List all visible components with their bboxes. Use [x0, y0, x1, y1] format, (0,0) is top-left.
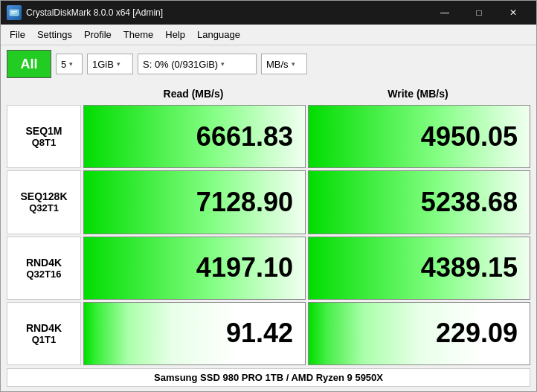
menu-settings[interactable]: Settings: [31, 26, 78, 43]
test-name-3: RND4K: [26, 322, 62, 334]
row-label-seq1m: SEQ1M Q8T1: [7, 105, 81, 168]
row-label-seq128k: SEQ128K Q32T1: [7, 170, 81, 234]
unit-dropdown[interactable]: MB/s ▾: [261, 54, 307, 74]
maximize-button[interactable]: □: [462, 1, 496, 25]
write-cell-3: 229.09: [308, 302, 530, 365]
drive-arrow: ▾: [221, 60, 225, 68]
write-value-1: 5238.68: [421, 187, 518, 218]
close-button[interactable]: ✕: [496, 1, 530, 25]
menu-theme[interactable]: Theme: [118, 26, 159, 43]
test-queue-0: Q8T1: [32, 137, 57, 148]
count-value: 5: [61, 59, 66, 70]
drive-dropdown[interactable]: S: 0% (0/931GiB) ▾: [138, 54, 257, 74]
main-window: CrystalDiskMark 8.0.0 x64 [Admin] — □ ✕ …: [0, 0, 537, 392]
count-dropdown[interactable]: 5 ▾: [56, 54, 83, 74]
table-row: RND4K Q1T1 91.42 229.09: [7, 302, 530, 365]
status-bar: Samsung SSD 980 PRO 1TB / AMD Ryzen 9 59…: [7, 368, 530, 387]
header-col3: Write (MB/s): [306, 88, 530, 100]
test-name-1: SEQ128K: [20, 190, 67, 202]
row-label-rnd4k-q32t16: RND4K Q32T16: [7, 237, 81, 300]
write-cell-1: 5238.68: [308, 170, 530, 234]
read-value-3: 91.42: [226, 318, 293, 349]
test-queue-3: Q1T1: [32, 334, 57, 345]
svg-rect-0: [10, 10, 19, 16]
drive-value: S: 0% (0/931GiB): [143, 59, 218, 70]
test-name-0: SEQ1M: [25, 125, 62, 137]
test-queue-1: Q32T1: [29, 202, 59, 213]
menu-profile[interactable]: Profile: [78, 26, 118, 43]
table-row: RND4K Q32T16 4197.10 4389.15: [7, 237, 530, 300]
write-cell-2: 4389.15: [308, 237, 530, 300]
status-text: Samsung SSD 980 PRO 1TB / AMD Ryzen 9 59…: [154, 372, 383, 383]
size-arrow: ▾: [117, 60, 120, 68]
menu-bar: File Settings Profile Theme Help Languag…: [1, 25, 536, 45]
test-queue-2: Q32T16: [27, 269, 62, 280]
write-value-0: 4950.05: [421, 121, 518, 152]
read-cell-2: 4197.10: [83, 237, 306, 300]
read-value-1: 7128.90: [196, 187, 293, 218]
window-controls: — □ ✕: [428, 1, 530, 25]
read-value-2: 4197.10: [196, 252, 293, 283]
header-col2: Read (MB/s): [81, 88, 306, 100]
table-rows: SEQ1M Q8T1 6661.83 4950.05 SEQ128K Q32T1…: [7, 105, 530, 365]
toolbar: All 5 ▾ 1GiB ▾ S: 0% (0/931GiB) ▾ MB/s ▾: [1, 45, 536, 83]
write-cell-0: 4950.05: [308, 105, 530, 168]
unit-arrow: ▾: [292, 60, 295, 68]
svg-rect-2: [11, 13, 15, 15]
read-cell-1: 7128.90: [83, 170, 306, 234]
menu-language[interactable]: Language: [191, 26, 246, 43]
benchmark-table: Read (MB/s) Write (MB/s) SEQ1M Q8T1 6661…: [1, 83, 536, 368]
minimize-button[interactable]: —: [428, 1, 462, 25]
app-icon: [7, 5, 22, 20]
table-header: Read (MB/s) Write (MB/s): [7, 83, 530, 105]
write-value-3: 229.09: [436, 318, 518, 349]
menu-file[interactable]: File: [4, 26, 31, 43]
write-value-2: 4389.15: [421, 252, 518, 283]
read-value-0: 6661.83: [196, 121, 293, 152]
window-title: CrystalDiskMark 8.0.0 x64 [Admin]: [26, 7, 428, 18]
count-arrow: ▾: [69, 60, 73, 68]
row-label-rnd4k-q1t1: RND4K Q1T1: [7, 302, 81, 365]
test-name-2: RND4K: [26, 257, 62, 269]
read-cell-3: 91.42: [83, 302, 306, 365]
table-row: SEQ1M Q8T1 6661.83 4950.05: [7, 105, 530, 168]
menu-help[interactable]: Help: [159, 26, 191, 43]
svg-rect-1: [11, 11, 17, 13]
all-button[interactable]: All: [7, 50, 51, 78]
unit-value: MB/s: [266, 59, 289, 70]
size-dropdown[interactable]: 1GiB ▾: [87, 54, 133, 74]
title-bar: CrystalDiskMark 8.0.0 x64 [Admin] — □ ✕: [1, 1, 536, 25]
size-value: 1GiB: [92, 59, 114, 70]
table-row: SEQ128K Q32T1 7128.90 5238.68: [7, 170, 530, 234]
read-cell-0: 6661.83: [83, 105, 306, 168]
